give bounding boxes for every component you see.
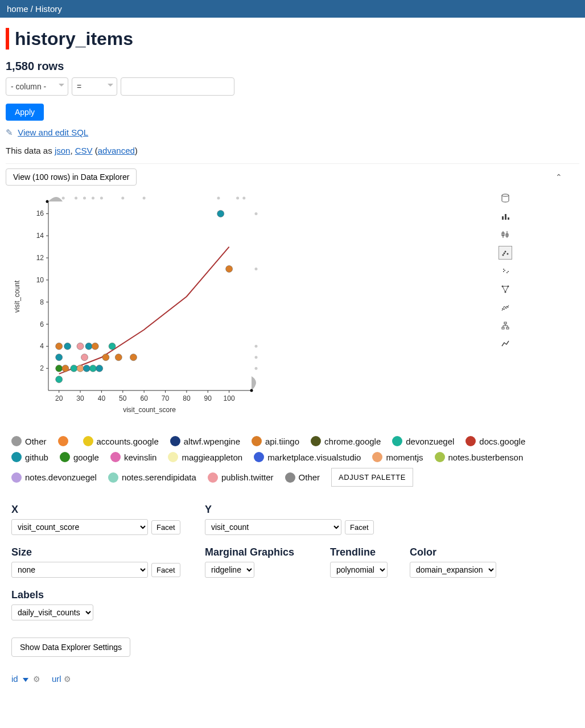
breadcrumb: home / History: [0, 0, 585, 18]
legend-dot: [170, 436, 180, 446]
filter-column-label: - column -: [11, 82, 46, 91]
filter-value-input[interactable]: [121, 77, 234, 96]
svg-text:40: 40: [98, 394, 106, 402]
color-select[interactable]: domain_expansion: [410, 562, 496, 578]
legend-item[interactable]: momentjs: [372, 452, 423, 462]
svg-point-69: [77, 365, 84, 372]
svg-line-97: [502, 286, 505, 292]
svg-rect-101: [506, 327, 509, 329]
legend-item[interactable]: devonzuegel: [392, 436, 454, 446]
legend-dot: [465, 436, 476, 446]
adjust-palette-button[interactable]: ADJUST PALETTE: [331, 468, 413, 487]
legend-label: Other: [25, 437, 47, 446]
svg-point-72: [96, 365, 103, 372]
svg-point-62: [81, 354, 88, 361]
legend-dot: [285, 472, 295, 483]
legend-item[interactable]: maggieappleton: [168, 452, 242, 462]
labels-select[interactable]: daily_visit_counts: [11, 604, 93, 620]
tool-scatter-icon[interactable]: [499, 246, 512, 260]
filter-column-select[interactable]: - column -: [6, 77, 68, 96]
svg-point-56: [64, 343, 71, 349]
legend-item[interactable]: altwf.wpengine: [170, 436, 240, 446]
size-select[interactable]: none: [11, 562, 148, 578]
svg-point-42: [100, 197, 103, 200]
legend-dot: [208, 472, 218, 483]
data-export-row: This data as json, CSV (advanced): [6, 146, 579, 155]
legend-item[interactable]: [58, 436, 72, 446]
tool-database-icon[interactable]: [499, 191, 512, 205]
legend-item[interactable]: chrome.google: [311, 436, 381, 446]
legend-item[interactable]: docs.google: [465, 436, 525, 446]
tool-hierarchy-icon[interactable]: [499, 319, 512, 332]
svg-rect-79: [508, 217, 509, 220]
size-facet-button[interactable]: Facet: [151, 563, 180, 577]
labels-label: Labels: [11, 589, 193, 601]
column-url-header[interactable]: url ⚙: [52, 674, 71, 684]
legend-item[interactable]: api.tiingo: [252, 436, 299, 446]
svg-point-52: [255, 212, 258, 215]
export-json-link[interactable]: json: [55, 146, 71, 155]
export-csv-link[interactable]: CSV: [75, 146, 93, 155]
gear-icon[interactable]: ⚙: [33, 674, 40, 684]
y-select[interactable]: visit_count: [205, 519, 341, 535]
marginal-select[interactable]: ridgeline: [205, 562, 254, 578]
legend-item[interactable]: notes.devonzuegel: [11, 472, 97, 483]
tool-bar-icon[interactable]: [499, 209, 512, 223]
tool-candle-icon[interactable]: [499, 228, 512, 241]
svg-text:60: 60: [140, 394, 148, 402]
trendline-select[interactable]: polynomial: [330, 562, 388, 578]
legend-item[interactable]: notes.busterbenson: [435, 452, 524, 462]
svg-point-43: [121, 197, 124, 200]
column-id-header[interactable]: id ⚙: [11, 674, 40, 684]
legend-dot: [435, 452, 445, 462]
svg-rect-78: [505, 214, 506, 220]
svg-text:12: 12: [36, 254, 44, 262]
tool-parallel-icon[interactable]: [499, 301, 512, 314]
size-label: Size: [11, 546, 193, 558]
svg-point-53: [46, 200, 49, 203]
legend-item[interactable]: publish.twitter: [208, 472, 274, 483]
legend: Otheraccounts.googlealtwf.wpengineapi.ti…: [6, 436, 579, 487]
breadcrumb-current: History: [35, 4, 62, 14]
filter-op-label: =: [77, 82, 81, 91]
legend-item[interactable]: Other: [285, 472, 320, 483]
legend-item[interactable]: kevinslin: [110, 452, 157, 462]
view-edit-sql-link[interactable]: View and edit SQL: [18, 127, 88, 137]
svg-point-48: [255, 367, 258, 370]
svg-text:2: 2: [40, 364, 44, 372]
svg-point-50: [255, 345, 258, 348]
legend-item[interactable]: google: [60, 452, 99, 462]
collapse-chevron-icon[interactable]: ⌃: [555, 172, 562, 182]
svg-point-92: [508, 271, 509, 272]
legend-item[interactable]: notes.serendipidata: [108, 472, 196, 483]
legend-label: api.tiingo: [265, 437, 299, 446]
filter-op-select[interactable]: =: [72, 77, 117, 96]
legend-label: docs.google: [479, 437, 525, 446]
apply-button[interactable]: Apply: [6, 104, 44, 121]
svg-point-85: [505, 251, 506, 253]
svg-point-38: [62, 197, 65, 200]
gear-icon[interactable]: ⚙: [64, 674, 71, 684]
svg-text:90: 90: [204, 394, 212, 402]
x-select[interactable]: visit_count_score: [11, 519, 148, 535]
svg-point-54: [250, 389, 253, 392]
y-facet-button[interactable]: Facet: [345, 520, 374, 534]
legend-label: notes.busterbenson: [448, 453, 524, 462]
legend-item[interactable]: github: [11, 452, 48, 462]
tool-network-icon[interactable]: [499, 282, 512, 296]
legend-item[interactable]: Other: [11, 436, 47, 446]
legend-dot: [58, 436, 68, 446]
export-advanced-link[interactable]: advanced: [98, 146, 135, 155]
x-label: X: [11, 504, 193, 516]
legend-item[interactable]: accounts.google: [83, 436, 159, 446]
tool-line-icon[interactable]: [499, 337, 512, 351]
x-facet-button[interactable]: Facet: [151, 520, 180, 534]
tool-cluster-icon[interactable]: [499, 264, 512, 278]
view-in-explorer-button[interactable]: View (100 rows) in Data Explorer: [6, 168, 137, 186]
show-settings-button[interactable]: Show Data Explorer Settings: [11, 637, 130, 657]
legend-dot: [392, 436, 402, 446]
legend-item[interactable]: marketplace.visualstudio: [254, 452, 361, 462]
svg-text:80: 80: [183, 394, 191, 402]
breadcrumb-home[interactable]: home: [7, 4, 28, 14]
legend-label: notes.devonzuegel: [25, 472, 97, 482]
